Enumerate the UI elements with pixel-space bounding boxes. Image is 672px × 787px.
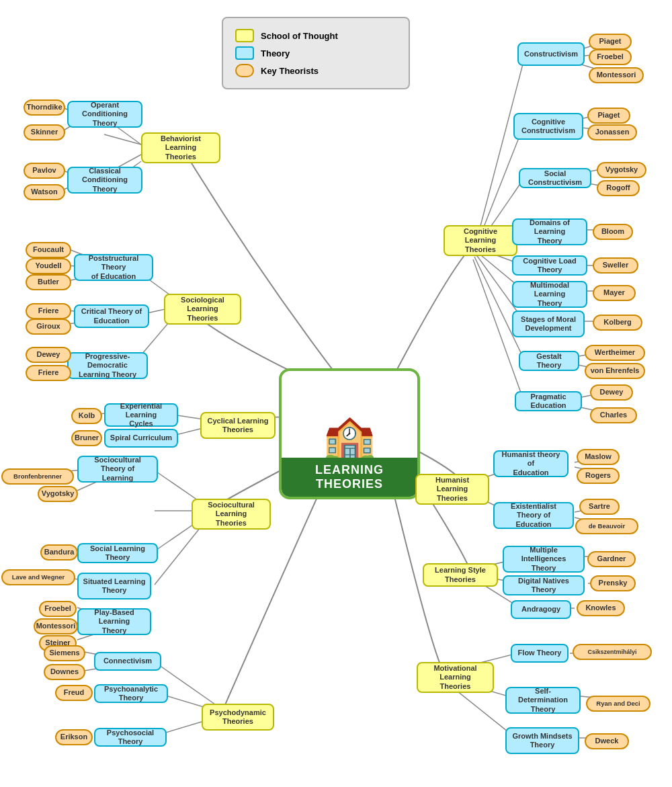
theory-progressive: Progressive-Democratic Learning Theory (67, 352, 148, 379)
theorist-skinner: Skinner (24, 124, 65, 140)
theorist-bronfenbrenner: Bronfenbrenner (1, 468, 74, 485)
theory-classical: Classical Conditioning Theory (67, 167, 142, 194)
theorist-downes: Downes (44, 664, 85, 680)
theory-sociocultural-theory: Sociocultural Theory of Learning (77, 456, 158, 483)
theory-play-based: Play-Based Learning Theory (77, 608, 151, 635)
theory-psychosocial: Psychosocial Theory (94, 728, 167, 747)
theorist-piaget-cc: Piaget (587, 108, 630, 124)
theory-domains: Domains of Learning Theory (512, 218, 587, 245)
school-motivational: Motivational Learning Theories (417, 662, 494, 693)
theorist-vygotsky-cg: Vygotsky (597, 162, 646, 178)
center-title: LEARNING THEORIES (282, 458, 417, 497)
theory-growth: Growth Mindsets Theory (505, 727, 579, 754)
theorist-kolb: Kolb (71, 408, 102, 424)
theorist-knowles: Knowles (577, 600, 625, 616)
school-swatch (235, 29, 254, 42)
theorist-piaget-c: Piaget (589, 34, 632, 50)
theorist-pavlov: Pavlov (24, 163, 65, 179)
theorist-kolberg: Kolberg (593, 315, 642, 331)
theory-poststructural: Poststructural Theory of Education (74, 254, 153, 281)
center-icon: 🏫 (323, 408, 376, 458)
legend-label-theorist: Key Theorists (261, 66, 319, 76)
theorist-swatch (235, 64, 254, 77)
theory-existentialist: Existentialist Theory of Education (493, 502, 574, 529)
legend-item-theory: Theory (235, 46, 396, 60)
theory-social-learning: Social Learning Theory (77, 543, 158, 563)
theorist-friere-s: Friere (26, 303, 71, 319)
theorist-youdell: Youdell (26, 258, 71, 274)
legend: School of Thought Theory Key Theorists (222, 17, 410, 89)
theory-psychoanalytic: Psychoanalytic Theory (94, 684, 168, 703)
school-sociocultural: Sociocultural Learning Theories (192, 499, 271, 530)
theory-self-determination: Self-Determination Theory (505, 687, 581, 714)
theorist-bloom: Bloom (593, 224, 633, 240)
theorist-watson: Watson (24, 184, 65, 200)
theorist-lave: Lave and Wegner (1, 569, 75, 585)
theory-humanist-theory: Humanist theory of Education (493, 450, 569, 477)
theorist-froebel-c: Froebel (589, 49, 632, 65)
theorist-sweller: Sweller (593, 257, 638, 274)
legend-label-school: School of Thought (261, 31, 338, 41)
theorist-erikson: Erikson (55, 729, 93, 745)
theorist-thorndike: Thorndike (24, 99, 65, 116)
theorist-butler: Butler (26, 274, 71, 290)
theorist-rogers: Rogers (577, 468, 620, 484)
theorist-freud: Freud (55, 685, 93, 701)
school-cyclical: Cyclical Learning Theories (200, 412, 276, 439)
theory-pragmatic: Pragmatic Education (515, 391, 582, 411)
theorist-montessori-c: Montessori (589, 67, 644, 83)
theorist-mayer: Mayer (593, 285, 636, 301)
theorist-giroux: Giroux (26, 319, 71, 335)
theorist-sartre: Sartre (579, 499, 620, 515)
theory-constructivism: Constructivism (517, 42, 585, 66)
legend-label-theory: Theory (261, 48, 290, 58)
theorist-gardner: Gardner (587, 551, 636, 567)
theory-moral: Stages of Moral Development (512, 310, 585, 337)
theory-spiral: Spiral Curriculum (104, 429, 178, 448)
theorist-de-beauvoir: de Beauvoir (575, 518, 638, 534)
school-behaviorist: Behaviorist Learning Theories (141, 132, 220, 163)
theorist-csikszentmihalyi: Csikszentmihályi (573, 644, 652, 660)
theorist-froebel-sc: Froebel (39, 601, 77, 617)
theorist-bandura: Bandura (40, 544, 78, 561)
school-sociological: Sociological Learning Theories (164, 294, 241, 325)
theorist-dweck: Dweck (585, 733, 629, 749)
theory-operant: Operant Conditioning Theory (67, 101, 142, 128)
theory-situated: Situated Learning Theory (77, 573, 151, 599)
theorist-prensky: Prensky (590, 575, 636, 591)
school-humanist: Humanist Learning Theories (415, 474, 489, 505)
theory-andragogy: Andragogy (511, 600, 571, 619)
center-learning-theories: 🏫 LEARNING THEORIES (279, 368, 420, 499)
theory-swatch (235, 46, 254, 60)
theory-multiple-intel: Multiple Intelligences Theory (503, 546, 585, 573)
svg-line-40 (477, 59, 524, 239)
school-learning-style: Learning Style Theories (423, 563, 498, 587)
theory-multimodal: Multimodal Learning Theory (512, 281, 587, 308)
theorist-vygotsky-sc: Vygotsky (38, 486, 78, 502)
theorist-ryan-deci: Ryan and Deci (586, 696, 650, 712)
theory-connectivism: Connectivism (94, 652, 161, 671)
theory-social-constructivism: Social Constructivism (519, 168, 591, 188)
legend-item-school: School of Thought (235, 29, 396, 42)
theorist-rogoff: Rogoff (597, 180, 640, 196)
theorist-bruner: Bruner (71, 430, 102, 446)
theory-cognitive-load: Cognitive Load Theory (512, 255, 587, 276)
theory-cognitive-constructivism: Cognitive Constructivism (513, 113, 583, 140)
theorist-dewey-cg: Dewey (590, 384, 633, 401)
theorist-foucault: Foucault (26, 242, 71, 258)
theory-digital-natives: Digital Natives Theory (503, 575, 585, 595)
theory-flow: Flow Theory (511, 644, 569, 663)
legend-item-theorist: Key Theorists (235, 64, 396, 77)
theorist-maslow: Maslow (577, 449, 620, 465)
theorist-wertheimer: Wertheimer (585, 345, 645, 361)
school-psychodynamic: Psychodynamic Theories (202, 704, 274, 731)
theory-critical: Critical Theory of Education (74, 304, 149, 328)
theorist-jonassen: Jonassen (587, 124, 637, 140)
theorist-montessori-sc: Montessori (34, 618, 78, 634)
theorist-siemens: Siemens (44, 645, 85, 661)
theorist-von-ehrenfels: von Ehrenfels (585, 363, 645, 379)
theorist-friere-s2: Friere (26, 365, 71, 381)
school-cognitive: Cognitive Learning Theories (444, 225, 517, 256)
theory-experiential: Experiential Learning Cycles (104, 403, 178, 427)
theory-gestalt: Gestalt Theory (519, 351, 579, 371)
